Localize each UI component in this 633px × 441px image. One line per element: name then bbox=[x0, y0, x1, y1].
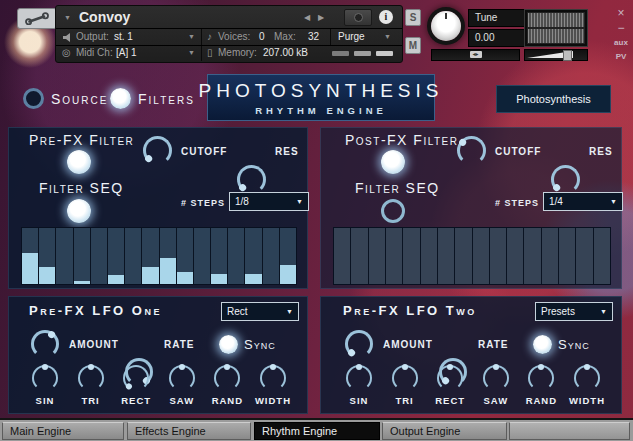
seq-step[interactable] bbox=[228, 228, 244, 284]
seq-step-bar bbox=[74, 281, 90, 284]
post-fx-cutoff-knob[interactable] bbox=[457, 136, 486, 165]
seq-step[interactable] bbox=[559, 228, 575, 284]
tab-output-engine[interactable]: Output Engine bbox=[382, 422, 507, 440]
midi-caret-icon[interactable]: ▼ bbox=[188, 49, 195, 56]
lfo-saw-knob[interactable] bbox=[169, 365, 195, 391]
output-value[interactable]: st. 1 bbox=[114, 31, 133, 42]
seq-step[interactable] bbox=[351, 228, 367, 284]
pre-fx-steps-dropdown[interactable]: 1/8 ▼ bbox=[229, 192, 309, 211]
pre-fx-cutoff-knob[interactable] bbox=[143, 136, 172, 165]
seq-step[interactable] bbox=[438, 228, 454, 284]
seq-step[interactable] bbox=[421, 228, 437, 284]
seq-step[interactable] bbox=[160, 228, 176, 284]
minimize-button[interactable]: − bbox=[612, 21, 630, 35]
seq-step[interactable] bbox=[386, 228, 402, 284]
tab-effects-engine[interactable]: Effects Engine bbox=[127, 422, 251, 440]
lfo-one-sync-button[interactable] bbox=[219, 335, 238, 354]
lfo-two-wave-dropdown[interactable]: Presets ▼ bbox=[535, 302, 613, 321]
purge-caret-icon[interactable]: ▼ bbox=[384, 33, 391, 40]
lfo-width-knob[interactable] bbox=[574, 365, 600, 391]
seq-step[interactable] bbox=[39, 228, 55, 284]
lfo-shape-rand: RAND bbox=[207, 365, 247, 406]
close-button[interactable]: × bbox=[612, 6, 630, 20]
pre-fx-step-sequencer[interactable] bbox=[21, 227, 297, 285]
tab-main-engine[interactable]: Main Engine bbox=[2, 422, 124, 440]
post-fx-step-sequencer[interactable] bbox=[333, 227, 611, 285]
seq-step[interactable] bbox=[473, 228, 489, 284]
purge-button[interactable]: Purge bbox=[338, 31, 365, 42]
seq-step[interactable] bbox=[22, 228, 38, 284]
post-fx-filter-power-button[interactable] bbox=[381, 150, 405, 174]
collapse-caret-icon[interactable]: ▼ bbox=[64, 14, 71, 21]
seq-step[interactable] bbox=[194, 228, 210, 284]
aux-button[interactable]: aux bbox=[610, 38, 632, 47]
lfo-sin-knob[interactable] bbox=[346, 365, 372, 391]
pan-slider[interactable]: ◂▸ bbox=[431, 49, 520, 61]
seq-step[interactable] bbox=[369, 228, 385, 284]
midi-channel-value[interactable]: [A] 1 bbox=[116, 47, 137, 58]
tab-rhythm-engine[interactable]: Rhythm Engine bbox=[254, 422, 380, 440]
edit-wrench-button[interactable] bbox=[17, 8, 57, 29]
seq-step[interactable] bbox=[455, 228, 471, 284]
solo-button[interactable]: S bbox=[405, 9, 421, 26]
lfo-width-knob[interactable] bbox=[260, 365, 286, 391]
meter-segment bbox=[332, 51, 349, 56]
next-instrument-icon[interactable]: ▶ bbox=[318, 13, 324, 22]
post-fx-filter-seq-power-button[interactable] bbox=[381, 199, 405, 223]
max-voices-value[interactable]: 32 bbox=[308, 31, 319, 42]
seq-step[interactable] bbox=[56, 228, 72, 284]
source-toggle-button[interactable] bbox=[23, 88, 44, 109]
seq-step[interactable] bbox=[177, 228, 193, 284]
pre-fx-filter-power-button[interactable] bbox=[67, 150, 91, 174]
lfo-tri-knob[interactable] bbox=[78, 365, 104, 391]
tune-knob[interactable] bbox=[431, 11, 461, 41]
lfo-two-sync-button[interactable] bbox=[533, 335, 552, 354]
post-fx-steps-dropdown[interactable]: 1/4 ▼ bbox=[543, 192, 623, 211]
prev-instrument-icon[interactable]: ◀ bbox=[304, 13, 310, 22]
seq-step[interactable] bbox=[334, 228, 350, 284]
seq-step[interactable] bbox=[125, 228, 141, 284]
midi-channel-label: Midi Ch: bbox=[76, 47, 113, 58]
lfo-rect-knob[interactable] bbox=[437, 365, 463, 391]
seq-step[interactable] bbox=[507, 228, 523, 284]
mute-button[interactable]: M bbox=[405, 37, 421, 54]
lfo-one-amount-knob[interactable] bbox=[31, 330, 59, 358]
seq-step-bar bbox=[39, 267, 55, 284]
seq-step[interactable] bbox=[594, 228, 610, 284]
seq-step[interactable] bbox=[490, 228, 506, 284]
seq-step[interactable] bbox=[280, 228, 296, 284]
info-button[interactable]: i bbox=[379, 10, 393, 24]
output-caret-icon[interactable]: ▼ bbox=[188, 33, 195, 40]
seq-step[interactable] bbox=[74, 228, 90, 284]
filters-toggle-button[interactable] bbox=[110, 88, 131, 109]
seq-step[interactable] bbox=[542, 228, 558, 284]
preset-select-button[interactable]: Photosynthesis bbox=[496, 85, 611, 113]
seq-step[interactable] bbox=[142, 228, 158, 284]
seq-step[interactable] bbox=[108, 228, 124, 284]
post-fx-res-knob[interactable] bbox=[551, 165, 580, 194]
pre-fx-filter-seq-power-button[interactable] bbox=[67, 199, 91, 223]
snapshot-camera-button[interactable] bbox=[344, 9, 372, 26]
lfo-rect-knob[interactable] bbox=[123, 365, 149, 391]
volume-slider[interactable] bbox=[524, 49, 588, 61]
tune-value[interactable]: 0.00 bbox=[468, 29, 526, 47]
seq-step[interactable] bbox=[245, 228, 261, 284]
lfo-one-wave-dropdown[interactable]: Rect ▼ bbox=[221, 302, 299, 321]
pv-button[interactable]: PV bbox=[610, 52, 632, 61]
pan-slider-handle[interactable]: ◂▸ bbox=[470, 51, 482, 58]
instrument-title[interactable]: Convoy bbox=[79, 9, 130, 25]
lfo-tri-knob[interactable] bbox=[392, 365, 418, 391]
lfo-rand-knob[interactable] bbox=[528, 365, 554, 391]
seq-step[interactable] bbox=[211, 228, 227, 284]
seq-step[interactable] bbox=[91, 228, 107, 284]
lfo-sin-knob[interactable] bbox=[32, 365, 58, 391]
lfo-saw-knob[interactable] bbox=[483, 365, 509, 391]
pre-fx-res-knob[interactable] bbox=[237, 165, 266, 194]
lfo-two-amount-knob[interactable] bbox=[345, 330, 373, 358]
lfo-rand-knob[interactable] bbox=[214, 365, 240, 391]
volume-slider-handle[interactable] bbox=[563, 50, 572, 61]
seq-step[interactable] bbox=[576, 228, 592, 284]
seq-step[interactable] bbox=[263, 228, 279, 284]
seq-step[interactable] bbox=[403, 228, 419, 284]
seq-step[interactable] bbox=[524, 228, 540, 284]
